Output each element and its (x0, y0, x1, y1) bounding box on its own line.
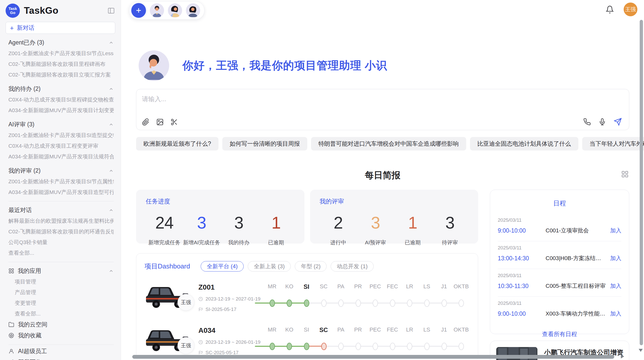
view-all-schedule-link[interactable]: 查看所有日程 (498, 330, 621, 338)
stat-label: 新增AI完成任务 (183, 239, 220, 246)
list-item[interactable]: 解释最新出台的欧盟报废车法规再生塑料比例被调至15%... (8, 216, 114, 226)
section-header-my-todo[interactable]: 我的待办 (2) (8, 83, 114, 94)
sidebar-item-project-mgmt[interactable]: 项目管理 (15, 276, 114, 287)
suggestion-chip[interactable]: 比亚迪全固态电池计划具体说了什么 (470, 137, 578, 151)
milestone-dot (356, 299, 361, 307)
milestone-label: J1 (435, 326, 453, 333)
suggestion-chip[interactable]: 当下年轻人对汽车外观有怎样的喜好趋势 (582, 137, 644, 151)
stat-value: 2 (320, 213, 357, 232)
section-header-agent-done[interactable]: Agent已办 (3) (8, 37, 114, 48)
section-header-my-apps[interactable]: 我的应用 (8, 265, 114, 276)
milestone-label: LR (401, 326, 418, 333)
chevron-up-icon[interactable] (109, 86, 114, 92)
tab-new-body[interactable]: 全新上装 (3) (248, 261, 291, 272)
chevron-up-icon[interactable] (109, 168, 114, 173)
join-link[interactable]: 加入 (610, 227, 621, 234)
list-item[interactable]: C02-飞腾新能源轻客改款项目里程碑画布 (8, 59, 114, 69)
add-agent-button[interactable] (131, 3, 146, 18)
list-item[interactable]: A034-全新新能源MUV产品开发项目法规符合性评审 (8, 151, 114, 162)
assistant-avatar (139, 50, 169, 81)
milestone-dot (424, 299, 430, 307)
section-header-my-review[interactable]: 我的评审 (2) (8, 165, 114, 176)
avatar[interactable] (150, 3, 164, 18)
phone-call-icon[interactable] (583, 118, 591, 126)
stat-label: 进行中 (320, 239, 357, 246)
tab-year-model[interactable]: 年型 (2) (295, 261, 327, 272)
clock-icon (198, 297, 203, 301)
milestone-label: MR (264, 283, 281, 290)
suggestion-chip[interactable]: 特朗普可能对进口汽车增税会对中国车企造成哪些影响 (311, 137, 466, 151)
divider (8, 344, 114, 345)
project-owner-avatar[interactable]: 王强 (178, 294, 194, 311)
chevron-up-icon[interactable] (109, 40, 114, 45)
milestone-label: SC (315, 283, 332, 290)
stat-value: 24 (146, 213, 183, 232)
sidebar-item-help-write[interactable]: 帮我写作 (8, 357, 114, 360)
sidebar-item-favorites[interactable]: 我的收藏 (8, 330, 114, 341)
list-item[interactable]: Z001-全新燃油轻卡产品开发项目SI节点属性5D文件评审 (8, 176, 114, 187)
layout-grid-icon[interactable] (621, 170, 629, 179)
section-title: 最近对话 (8, 206, 32, 214)
new-chat-button[interactable]: + 新对话 (6, 22, 115, 34)
list-item[interactable]: C02-飞腾新能源轻客改款项目立项汇报方案 (8, 69, 114, 80)
project-row[interactable]: 王强 A034 2023-12-19 ~ 2026-01-19 SC-2025-… (144, 324, 470, 358)
list-item[interactable]: C02-飞腾新能源轻客改款项目的闭环通告反馈情况 (8, 226, 114, 237)
view-all-apps[interactable]: 查看全部... (15, 308, 114, 319)
sidebar-item-change-mgmt[interactable]: 变更管理 (15, 298, 114, 308)
view-all-chats[interactable]: 查看全部... (8, 248, 114, 258)
suggestion-chip[interactable]: 如何写一份清晰的项目周报 (222, 137, 307, 151)
avatar[interactable] (186, 3, 200, 18)
chat-input[interactable] (142, 95, 621, 103)
list-item[interactable]: Z001-全新燃油皮卡产品开发项目SI节点Lesson Learn报告 (8, 48, 114, 59)
milestone-dot (270, 343, 275, 350)
chevron-up-icon[interactable] (109, 122, 114, 127)
sidebar-item-product-mgmt[interactable]: 产品管理 (15, 287, 114, 298)
scroll-down-arrow-icon[interactable] (639, 349, 643, 352)
milestone-dot (338, 299, 344, 307)
join-link[interactable]: 加入 (610, 282, 621, 290)
project-flag: SI-2025-05-17 (206, 307, 236, 312)
milestone-dot (338, 343, 344, 350)
project-row[interactable]: 王强 Z001 2023-12-19 ~ 2027-01-19 SI-2025-… (144, 281, 470, 315)
scissors-icon[interactable] (170, 118, 178, 126)
send-icon[interactable] (614, 118, 622, 126)
scroll-right-arrow-icon[interactable] (621, 354, 624, 358)
avatar[interactable] (168, 3, 182, 18)
flag-icon (198, 350, 203, 355)
section-header-ai-review[interactable]: AI评审 (3) (8, 119, 114, 130)
tab-powertrain[interactable]: 动总开发 (1) (331, 261, 374, 272)
join-link[interactable]: 加入 (610, 310, 621, 318)
list-item[interactable]: A034-全新新能源MUV产品开发项目造型可行性评审 (8, 187, 114, 198)
chevron-up-icon[interactable] (109, 208, 114, 213)
chevron-up-icon[interactable] (109, 268, 114, 274)
suggestion-chips: 欧洲新规最近颁布了什么? 如何写一份清晰的项目周报 特朗普可能对进口汽车增税会对… (136, 137, 629, 151)
horizontal-scrollbar[interactable] (132, 355, 614, 359)
image-icon[interactable] (156, 118, 164, 126)
list-item[interactable]: C0X4-动力总成开发项目工程变更评审 (8, 141, 114, 151)
user-avatar[interactable]: 王强 (624, 3, 637, 16)
sidebar-item-cloud-space[interactable]: 我的云空间 (8, 319, 114, 330)
notification-bell-icon[interactable] (606, 5, 614, 14)
join-link[interactable]: 加入 (610, 254, 621, 262)
briefing-header: 每日简报 (136, 169, 629, 181)
clock-icon (198, 340, 203, 344)
vertical-scrollbar[interactable] (640, 20, 643, 345)
list-item[interactable]: Z001-全新燃油轻卡产品开发项目SI造型提交物评审 (8, 130, 114, 141)
milestone-label: FEC (384, 283, 401, 290)
list-item[interactable]: C0X4-动力总成开发项目SI里程碑提交物检查 (8, 94, 114, 105)
list-item[interactable]: A034-全新新能源MUV产品开发项目计划变更表编写 (8, 105, 114, 116)
schedule-time: 13:00-14:30 (498, 255, 540, 262)
suggestion-chip[interactable]: 欧洲新规最近颁布了什么? (136, 137, 218, 151)
briefing-title: 每日简报 (365, 170, 401, 180)
collapse-sidebar-icon[interactable] (107, 7, 115, 14)
milestone-label: LR (401, 283, 418, 290)
project-dates: 2023-12-19 ~ 2027-01-19 (206, 296, 260, 302)
apps-grid-icon (8, 268, 14, 274)
attachment-icon[interactable] (142, 118, 150, 126)
project-owner-avatar[interactable]: 王强 (178, 337, 194, 354)
microphone-icon[interactable] (598, 118, 606, 126)
sidebar-item-ai-employee[interactable]: AI超级员工 (8, 346, 114, 357)
tab-new-platform[interactable]: 全新平台 (4) (201, 261, 244, 272)
list-item[interactable]: 公司Q3轻卡销量 (8, 237, 114, 248)
section-header-recent-chats[interactable]: 最近对话 (8, 205, 114, 216)
